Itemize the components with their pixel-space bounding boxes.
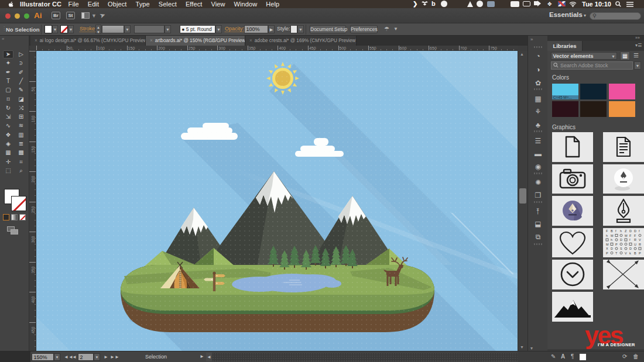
- svg-text:h: h: [611, 238, 612, 242]
- svg-text:T: T: [615, 251, 618, 254]
- svg-text:F: F: [606, 229, 608, 233]
- svg-text:D: D: [629, 247, 632, 250]
- svg-text:V: V: [639, 238, 641, 242]
- svg-text:F: F: [634, 233, 636, 237]
- svg-text:B: B: [634, 251, 636, 254]
- svg-text:f: f: [629, 238, 631, 242]
- svg-text:U: U: [634, 242, 636, 246]
- svg-text:M: M: [611, 233, 614, 237]
- svg-text:D: D: [620, 238, 622, 242]
- svg-text:D: D: [634, 229, 636, 233]
- svg-text:D: D: [629, 229, 632, 233]
- svg-text:B: B: [611, 229, 613, 233]
- svg-text:h: h: [606, 233, 608, 237]
- svg-text:R: R: [634, 238, 636, 242]
- svg-text:h: h: [620, 229, 622, 233]
- svg-text:V: V: [625, 251, 627, 254]
- svg-text:D: D: [611, 247, 613, 250]
- svg-text:F: F: [629, 233, 632, 237]
- svg-text:M: M: [606, 242, 609, 246]
- svg-text:P: P: [606, 251, 608, 254]
- svg-text:R: R: [639, 242, 641, 246]
- svg-text:f: f: [639, 229, 640, 233]
- svg-text:X: X: [606, 247, 608, 250]
- svg-text:S: S: [620, 247, 622, 250]
- svg-text:k: k: [629, 251, 631, 254]
- svg-text:P: P: [615, 242, 618, 246]
- svg-text:M: M: [625, 233, 628, 237]
- svg-text:Z: Z: [625, 229, 627, 233]
- svg-text:P: P: [639, 251, 641, 254]
- svg-text:f: f: [615, 229, 616, 233]
